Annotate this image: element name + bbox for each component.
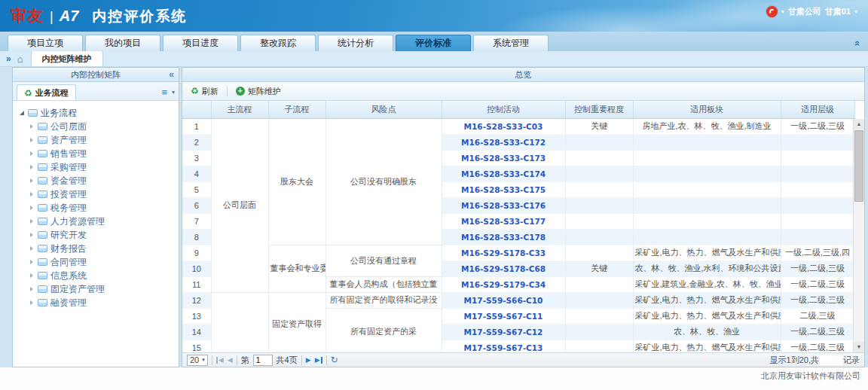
col-level[interactable]: 适用层级 bbox=[781, 101, 854, 118]
merged-sub-process: 股东大会 bbox=[268, 118, 326, 245]
merged-main-process: 公司层面 bbox=[211, 118, 268, 292]
user-area[interactable]: ▾ 甘肃公司 甘肃01 ▾ bbox=[766, 6, 857, 17]
control-activity-link[interactable]: M16-S28-S33-C03 bbox=[464, 122, 543, 131]
last-page-icon[interactable]: ▶ bbox=[315, 357, 322, 364]
node-icon bbox=[38, 272, 47, 279]
page-size-select[interactable]: 20 ▾ bbox=[187, 355, 208, 366]
tab-business-process[interactable]: ♻ 业务流程 bbox=[17, 84, 76, 100]
control-activity-link[interactable]: M17-S59-S66-C10 bbox=[464, 296, 543, 305]
node-icon bbox=[38, 204, 47, 212]
control-activity-link[interactable]: M16-S28-S33-C178 bbox=[461, 233, 546, 242]
tree-item[interactable]: 资产管理 bbox=[29, 133, 176, 147]
tab-evaluation-standard[interactable]: 评价标准 bbox=[396, 35, 471, 51]
tree-item[interactable]: 固定资产管理 bbox=[29, 282, 176, 296]
tree-item[interactable]: 信息系统 bbox=[29, 269, 176, 282]
reload-icon[interactable]: ↻ bbox=[331, 355, 338, 365]
collapsed-arrow-icon[interactable] bbox=[30, 300, 33, 305]
subtab-matrix-maintenance[interactable]: 内控矩阵维护 bbox=[31, 50, 103, 66]
tree-item[interactable]: 合同管理 bbox=[29, 255, 176, 269]
tree-item[interactable]: 研究开发 bbox=[29, 228, 176, 242]
tree-root[interactable]: 业务流程 bbox=[19, 106, 176, 120]
control-activity-link[interactable]: M16-S29-S178-C33 bbox=[461, 248, 546, 257]
control-activity-link[interactable]: M16-S28-S33-C174 bbox=[461, 169, 546, 178]
col-control-activity[interactable]: 控制活动 bbox=[442, 101, 565, 118]
tree-item[interactable]: 销售管理 bbox=[29, 147, 176, 160]
next-page-icon[interactable]: ▶ bbox=[306, 357, 311, 364]
message-icon[interactable] bbox=[766, 6, 778, 17]
collapse-panel-icon[interactable]: « bbox=[169, 68, 174, 81]
scroll-down-icon[interactable]: ▼ bbox=[854, 342, 864, 352]
collapsed-arrow-icon[interactable] bbox=[30, 260, 33, 264]
tree-item[interactable]: 投资管理 bbox=[29, 187, 176, 201]
collapsed-arrow-icon[interactable] bbox=[30, 246, 33, 251]
chevron-down-icon[interactable]: ▾ bbox=[172, 89, 175, 96]
col-importance[interactable]: 控制重要程度 bbox=[565, 101, 633, 118]
tree-item[interactable]: 资金管理 bbox=[29, 174, 176, 187]
col-row-number[interactable] bbox=[182, 101, 211, 118]
collapsed-arrow-icon[interactable] bbox=[30, 192, 33, 197]
tree-item[interactable]: 融资管理 bbox=[29, 296, 176, 309]
matrix-maintain-button[interactable]: + 矩阵维护 bbox=[232, 84, 285, 99]
tree-item[interactable]: 税务管理 bbox=[29, 201, 176, 215]
tree-item[interactable]: 公司层面 bbox=[29, 120, 176, 133]
collapse-header-icon[interactable]: « bbox=[852, 41, 863, 46]
home-icon[interactable]: ⌂ bbox=[17, 53, 23, 65]
control-activity-link[interactable]: M17-S59-S67-C13 bbox=[464, 343, 543, 352]
collapsed-arrow-icon[interactable] bbox=[30, 138, 33, 142]
control-activity-link[interactable]: M16-S29-S179-C34 bbox=[461, 280, 546, 289]
page-label-pre: 第 bbox=[241, 355, 249, 366]
node-icon bbox=[38, 299, 47, 306]
control-activity-link[interactable]: M16-S28-S33-C177 bbox=[461, 217, 546, 226]
collapsed-arrow-icon[interactable] bbox=[30, 165, 33, 169]
tab-statistics[interactable]: 统计分析 bbox=[318, 35, 393, 51]
expanded-arrow-icon[interactable] bbox=[20, 111, 24, 115]
control-activity-link[interactable]: M17-S59-S67-C11 bbox=[464, 312, 543, 321]
col-sub-process[interactable]: 子流程 bbox=[268, 101, 326, 118]
tab-rectification-tracking[interactable]: 整改跟踪 bbox=[240, 35, 316, 51]
prev-page-icon[interactable]: ◀ bbox=[228, 357, 233, 364]
tree-item[interactable]: 人力资源管理 bbox=[29, 215, 176, 228]
tree-item[interactable]: 财务报告 bbox=[29, 242, 176, 255]
control-activity-link[interactable]: M16-S29-S178-C68 bbox=[461, 264, 546, 273]
tab-system-management[interactable]: 系统管理 bbox=[473, 35, 549, 51]
col-risk-point[interactable]: 风险点 bbox=[326, 101, 442, 118]
collapsed-arrow-icon[interactable] bbox=[30, 273, 33, 278]
list-menu-icon[interactable]: ≡ bbox=[161, 87, 167, 97]
table-row: 1 公司层面 股东大会 公司没有明确股东 M16-S28-S33-C03 关键 … bbox=[182, 118, 854, 134]
collapsed-arrow-icon[interactable] bbox=[30, 151, 33, 156]
collapsed-arrow-icon[interactable] bbox=[30, 219, 33, 224]
first-page-icon[interactable]: ◀ bbox=[216, 357, 224, 364]
scroll-up-icon[interactable]: ▲ bbox=[854, 119, 864, 129]
merged-risk-point: 公司没有通过章程 bbox=[326, 245, 442, 276]
node-icon bbox=[38, 136, 47, 144]
expand-menu-icon[interactable]: » bbox=[6, 53, 11, 64]
collapsed-arrow-icon[interactable] bbox=[30, 287, 33, 291]
control-activity-link[interactable]: M16-S28-S33-C173 bbox=[461, 154, 546, 163]
control-activity-link[interactable]: M16-S28-S33-C172 bbox=[461, 138, 546, 147]
vertical-scrollbar[interactable]: ▲ ▼ bbox=[853, 119, 864, 352]
collapsed-arrow-icon[interactable] bbox=[30, 233, 33, 237]
tree-item[interactable]: 采购管理 bbox=[29, 160, 176, 174]
control-activity-link[interactable]: M17-S59-S67-C12 bbox=[464, 328, 543, 337]
tab-my-projects[interactable]: 我的项目 bbox=[85, 35, 160, 51]
chevron-down-icon[interactable]: ▾ bbox=[781, 8, 784, 15]
grid-wrapper: 主流程 子流程 风险点 控制活动 控制重要程度 适用板块 适用层级 1 公司层面… bbox=[182, 101, 864, 352]
merged-sub-process: 固定资产取得 bbox=[268, 292, 326, 352]
page-number-input[interactable] bbox=[253, 355, 273, 366]
refresh-button[interactable]: ♻ 刷新 bbox=[187, 84, 222, 99]
tab-project-progress[interactable]: 项目进度 bbox=[163, 35, 238, 51]
collapsed-arrow-icon[interactable] bbox=[30, 124, 33, 129]
page-footer: 北京用友审计软件有限公司 bbox=[0, 367, 868, 390]
brand-text: 审友 bbox=[11, 5, 44, 26]
merged-main-process bbox=[211, 292, 268, 352]
col-sector[interactable]: 适用板块 bbox=[633, 101, 781, 118]
col-main-process[interactable]: 主流程 bbox=[211, 101, 268, 118]
chevron-down-icon[interactable]: ▾ bbox=[854, 8, 857, 15]
tab-project-setup[interactable]: 项目立项 bbox=[8, 35, 83, 51]
collapsed-arrow-icon[interactable] bbox=[30, 206, 33, 210]
control-activity-link[interactable]: M16-S28-S33-C176 bbox=[461, 201, 546, 210]
collapsed-arrow-icon[interactable] bbox=[30, 178, 33, 183]
scrollbar-thumb[interactable] bbox=[854, 130, 863, 202]
node-icon bbox=[38, 190, 47, 198]
control-activity-link[interactable]: M16-S28-S33-C175 bbox=[461, 185, 546, 194]
